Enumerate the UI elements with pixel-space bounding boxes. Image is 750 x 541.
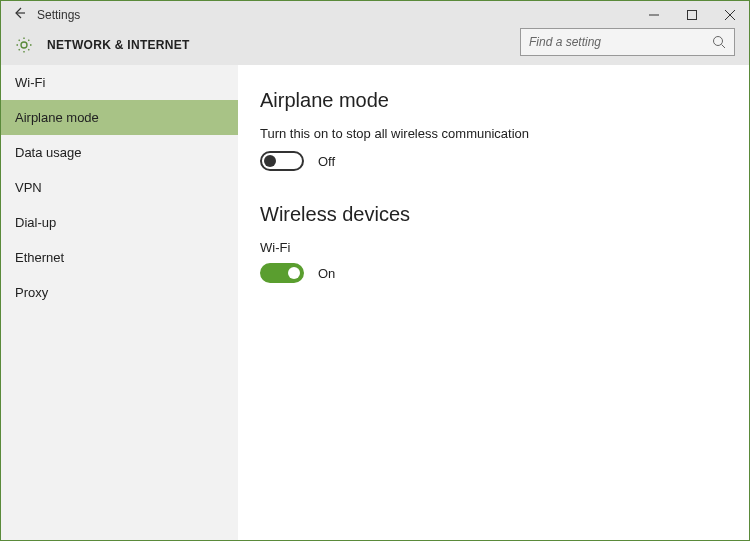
back-button[interactable] [1, 6, 37, 24]
search-box[interactable] [520, 28, 735, 56]
search-icon [712, 35, 726, 49]
airplane-toggle-label: Off [318, 154, 335, 169]
airplane-mode-toggle[interactable] [260, 151, 304, 171]
titlebar: Settings [1, 1, 749, 29]
svg-point-1 [714, 37, 723, 46]
header-bar: NETWORK & INTERNET [1, 29, 749, 65]
wifi-toggle[interactable] [260, 263, 304, 283]
wifi-toggle-label: On [318, 266, 335, 281]
section-title: NETWORK & INTERNET [47, 38, 190, 52]
sidebar-item-data-usage[interactable]: Data usage [1, 135, 238, 170]
sidebar: Wi-Fi Airplane mode Data usage VPN Dial-… [1, 65, 238, 540]
sidebar-item-proxy[interactable]: Proxy [1, 275, 238, 310]
page-heading: Airplane mode [260, 89, 727, 112]
content-pane: Airplane mode Turn this on to stop all w… [238, 65, 749, 540]
maximize-button[interactable] [673, 1, 711, 29]
sidebar-item-label: VPN [15, 180, 42, 195]
window-title: Settings [37, 8, 80, 22]
sidebar-item-airplane-mode[interactable]: Airplane mode [1, 100, 238, 135]
sidebar-item-label: Proxy [15, 285, 48, 300]
minimize-button[interactable] [635, 1, 673, 29]
sidebar-item-label: Data usage [15, 145, 82, 160]
gear-icon [15, 36, 33, 54]
sidebar-item-vpn[interactable]: VPN [1, 170, 238, 205]
airplane-description: Turn this on to stop all wireless commun… [260, 126, 727, 141]
wifi-device-label: Wi-Fi [260, 240, 727, 255]
sidebar-item-label: Dial-up [15, 215, 56, 230]
sidebar-item-label: Airplane mode [15, 110, 99, 125]
sidebar-item-wifi[interactable]: Wi-Fi [1, 65, 238, 100]
wireless-heading: Wireless devices [260, 203, 727, 226]
sidebar-item-dial-up[interactable]: Dial-up [1, 205, 238, 240]
search-input[interactable] [529, 35, 712, 49]
svg-rect-0 [688, 11, 697, 20]
sidebar-item-label: Wi-Fi [15, 75, 45, 90]
sidebar-item-label: Ethernet [15, 250, 64, 265]
sidebar-item-ethernet[interactable]: Ethernet [1, 240, 238, 275]
close-button[interactable] [711, 1, 749, 29]
